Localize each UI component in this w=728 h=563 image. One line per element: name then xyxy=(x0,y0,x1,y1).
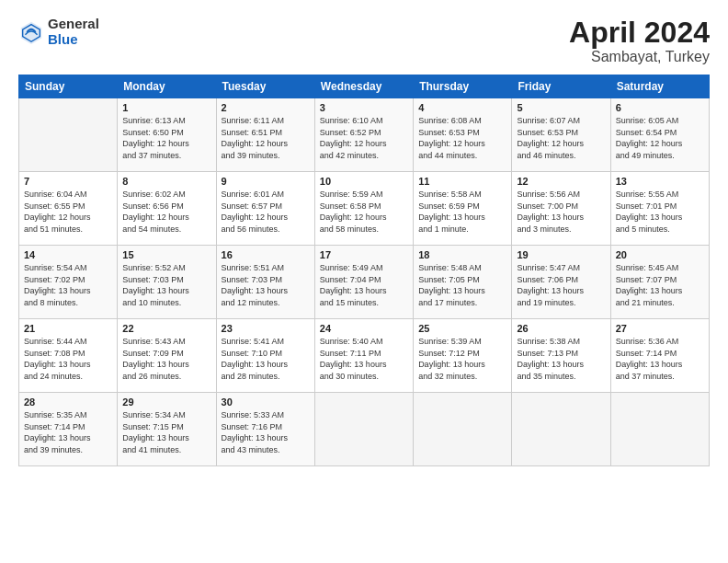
day-number: 8 xyxy=(122,176,210,187)
day-info: Sunrise: 5:47 AM Sunset: 7:06 PM Dayligh… xyxy=(517,262,605,308)
day-number: 17 xyxy=(320,249,408,260)
day-info: Sunrise: 6:13 AM Sunset: 6:50 PM Dayligh… xyxy=(122,115,210,161)
day-cell: 9Sunrise: 6:01 AM Sunset: 6:57 PM Daylig… xyxy=(216,172,314,246)
logo-blue-label: Blue xyxy=(48,32,99,48)
day-cell: 20Sunrise: 5:45 AM Sunset: 7:07 PM Dayli… xyxy=(610,246,709,319)
day-number: 23 xyxy=(222,323,310,334)
day-cell: 13Sunrise: 5:55 AM Sunset: 7:01 PM Dayli… xyxy=(610,172,709,246)
day-info: Sunrise: 6:08 AM Sunset: 6:53 PM Dayligh… xyxy=(418,115,506,161)
page: General Blue April 2024 Sambayat, Turkey… xyxy=(0,0,728,563)
day-cell: 23Sunrise: 5:41 AM Sunset: 7:10 PM Dayli… xyxy=(216,319,314,393)
day-number: 27 xyxy=(616,323,704,334)
day-number: 26 xyxy=(517,323,605,334)
day-number: 7 xyxy=(24,176,112,187)
title-location: Sambayat, Turkey xyxy=(569,49,710,65)
day-cell: 28Sunrise: 5:35 AM Sunset: 7:14 PM Dayli… xyxy=(19,393,118,466)
header-cell-thursday: Thursday xyxy=(414,75,512,98)
day-number: 19 xyxy=(517,249,605,260)
day-number: 9 xyxy=(222,176,310,187)
week-row-4: 21Sunrise: 5:44 AM Sunset: 7:08 PM Dayli… xyxy=(19,319,710,393)
day-cell xyxy=(414,393,512,466)
day-cell: 11Sunrise: 5:58 AM Sunset: 6:59 PM Dayli… xyxy=(414,172,512,246)
day-number: 2 xyxy=(222,102,310,113)
header-cell-wednesday: Wednesday xyxy=(314,75,413,98)
day-info: Sunrise: 6:02 AM Sunset: 6:56 PM Dayligh… xyxy=(122,189,210,235)
week-row-5: 28Sunrise: 5:35 AM Sunset: 7:14 PM Dayli… xyxy=(19,393,710,466)
day-info: Sunrise: 5:52 AM Sunset: 7:03 PM Dayligh… xyxy=(122,262,210,308)
day-cell: 29Sunrise: 5:34 AM Sunset: 7:15 PM Dayli… xyxy=(118,393,216,466)
header-cell-tuesday: Tuesday xyxy=(216,75,314,98)
calendar-table: SundayMondayTuesdayWednesdayThursdayFrid… xyxy=(18,75,710,466)
day-cell: 8Sunrise: 6:02 AM Sunset: 6:56 PM Daylig… xyxy=(118,172,216,246)
day-cell: 3Sunrise: 6:10 AM Sunset: 6:52 PM Daylig… xyxy=(314,98,413,172)
day-info: Sunrise: 6:04 AM Sunset: 6:55 PM Dayligh… xyxy=(24,189,112,235)
day-cell: 10Sunrise: 5:59 AM Sunset: 6:58 PM Dayli… xyxy=(314,172,413,246)
day-cell: 6Sunrise: 6:05 AM Sunset: 6:54 PM Daylig… xyxy=(610,98,709,172)
day-cell xyxy=(610,393,709,466)
day-number: 14 xyxy=(24,249,112,260)
day-number: 1 xyxy=(122,102,210,113)
day-cell xyxy=(314,393,413,466)
day-number: 12 xyxy=(517,176,605,187)
day-cell: 4Sunrise: 6:08 AM Sunset: 6:53 PM Daylig… xyxy=(414,98,512,172)
day-info: Sunrise: 5:41 AM Sunset: 7:10 PM Dayligh… xyxy=(222,336,310,382)
day-number: 3 xyxy=(320,102,408,113)
logo: General Blue xyxy=(18,17,99,47)
day-cell: 25Sunrise: 5:39 AM Sunset: 7:12 PM Dayli… xyxy=(414,319,512,393)
logo-text: General Blue xyxy=(48,17,99,47)
header-cell-friday: Friday xyxy=(512,75,610,98)
day-info: Sunrise: 5:56 AM Sunset: 7:00 PM Dayligh… xyxy=(517,189,605,235)
day-number: 20 xyxy=(616,249,704,260)
day-cell: 12Sunrise: 5:56 AM Sunset: 7:00 PM Dayli… xyxy=(512,172,610,246)
day-info: Sunrise: 5:59 AM Sunset: 6:58 PM Dayligh… xyxy=(320,189,408,235)
day-cell: 16Sunrise: 5:51 AM Sunset: 7:03 PM Dayli… xyxy=(216,246,314,319)
header-cell-saturday: Saturday xyxy=(610,75,709,98)
day-cell: 18Sunrise: 5:48 AM Sunset: 7:05 PM Dayli… xyxy=(414,246,512,319)
logo-icon xyxy=(18,19,44,45)
day-number: 30 xyxy=(222,396,310,408)
day-cell xyxy=(19,98,118,172)
day-info: Sunrise: 5:58 AM Sunset: 6:59 PM Dayligh… xyxy=(418,189,506,235)
day-cell: 26Sunrise: 5:38 AM Sunset: 7:13 PM Dayli… xyxy=(512,319,610,393)
day-info: Sunrise: 6:11 AM Sunset: 6:51 PM Dayligh… xyxy=(222,115,310,161)
week-row-1: 1Sunrise: 6:13 AM Sunset: 6:50 PM Daylig… xyxy=(19,98,710,172)
day-info: Sunrise: 6:10 AM Sunset: 6:52 PM Dayligh… xyxy=(320,115,408,161)
day-info: Sunrise: 6:05 AM Sunset: 6:54 PM Dayligh… xyxy=(616,115,704,161)
day-info: Sunrise: 5:51 AM Sunset: 7:03 PM Dayligh… xyxy=(222,262,310,308)
day-cell: 30Sunrise: 5:33 AM Sunset: 7:16 PM Dayli… xyxy=(216,393,314,466)
title-block: April 2024 Sambayat, Turkey xyxy=(569,17,710,65)
day-info: Sunrise: 5:44 AM Sunset: 7:08 PM Dayligh… xyxy=(24,336,112,382)
day-number: 18 xyxy=(418,249,506,260)
day-info: Sunrise: 6:01 AM Sunset: 6:57 PM Dayligh… xyxy=(222,189,310,235)
day-info: Sunrise: 5:35 AM Sunset: 7:14 PM Dayligh… xyxy=(24,409,112,455)
day-cell: 1Sunrise: 6:13 AM Sunset: 6:50 PM Daylig… xyxy=(118,98,216,172)
header: General Blue April 2024 Sambayat, Turkey xyxy=(18,17,710,65)
day-number: 22 xyxy=(122,323,210,334)
day-info: Sunrise: 5:49 AM Sunset: 7:04 PM Dayligh… xyxy=(320,262,408,308)
day-number: 5 xyxy=(517,102,605,113)
day-cell: 5Sunrise: 6:07 AM Sunset: 6:53 PM Daylig… xyxy=(512,98,610,172)
day-cell xyxy=(512,393,610,466)
day-info: Sunrise: 5:33 AM Sunset: 7:16 PM Dayligh… xyxy=(222,409,310,455)
day-info: Sunrise: 5:38 AM Sunset: 7:13 PM Dayligh… xyxy=(517,336,605,382)
day-cell: 14Sunrise: 5:54 AM Sunset: 7:02 PM Dayli… xyxy=(19,246,118,319)
day-cell: 7Sunrise: 6:04 AM Sunset: 6:55 PM Daylig… xyxy=(19,172,118,246)
day-info: Sunrise: 5:43 AM Sunset: 7:09 PM Dayligh… xyxy=(122,336,210,382)
day-number: 29 xyxy=(122,396,210,408)
day-info: Sunrise: 5:34 AM Sunset: 7:15 PM Dayligh… xyxy=(122,409,210,455)
day-cell: 24Sunrise: 5:40 AM Sunset: 7:11 PM Dayli… xyxy=(314,319,413,393)
day-cell: 27Sunrise: 5:36 AM Sunset: 7:14 PM Dayli… xyxy=(610,319,709,393)
day-number: 15 xyxy=(122,249,210,260)
header-cell-sunday: Sunday xyxy=(19,75,118,98)
day-cell: 2Sunrise: 6:11 AM Sunset: 6:51 PM Daylig… xyxy=(216,98,314,172)
day-number: 28 xyxy=(24,396,112,408)
day-cell: 19Sunrise: 5:47 AM Sunset: 7:06 PM Dayli… xyxy=(512,246,610,319)
day-info: Sunrise: 5:48 AM Sunset: 7:05 PM Dayligh… xyxy=(418,262,506,308)
day-info: Sunrise: 5:39 AM Sunset: 7:12 PM Dayligh… xyxy=(418,336,506,382)
day-number: 24 xyxy=(320,323,408,334)
day-info: Sunrise: 5:45 AM Sunset: 7:07 PM Dayligh… xyxy=(616,262,704,308)
day-number: 4 xyxy=(418,102,506,113)
day-number: 25 xyxy=(418,323,506,334)
day-number: 13 xyxy=(616,176,704,187)
week-row-2: 7Sunrise: 6:04 AM Sunset: 6:55 PM Daylig… xyxy=(19,172,710,246)
